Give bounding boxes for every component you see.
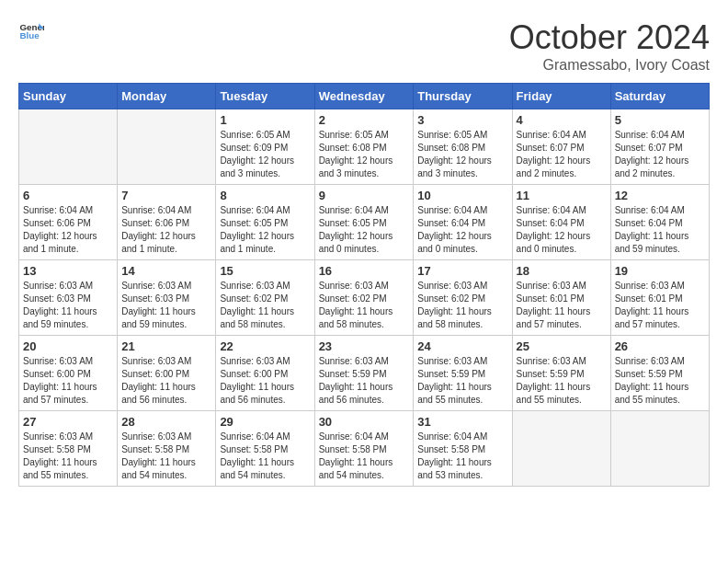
day-info: Sunrise: 6:03 AM Sunset: 5:59 PM Dayligh… [319,355,410,407]
day-number: 24 [417,339,507,353]
calendar-cell [19,109,118,185]
weekday-header: Wednesday [314,84,414,109]
day-number: 16 [319,264,410,278]
day-number: 13 [23,264,113,278]
day-info: Sunrise: 6:04 AM Sunset: 6:04 PM Dayligh… [615,204,705,256]
day-info: Sunrise: 6:03 AM Sunset: 5:58 PM Dayligh… [121,431,211,482]
day-info: Sunrise: 6:03 AM Sunset: 6:02 PM Dayligh… [319,280,410,331]
day-number: 22 [220,339,310,353]
calendar-cell: 20Sunrise: 6:03 AM Sunset: 6:00 PM Dayli… [19,336,118,411]
calendar-cell: 8Sunrise: 6:04 AM Sunset: 6:05 PM Daylig… [216,185,314,260]
calendar-cell [118,109,216,185]
day-number: 28 [121,415,211,429]
day-info: Sunrise: 6:03 AM Sunset: 6:02 PM Dayligh… [220,280,310,331]
day-number: 19 [615,264,705,278]
day-info: Sunrise: 6:04 AM Sunset: 5:58 PM Dayligh… [220,431,310,482]
calendar-cell: 1Sunrise: 6:05 AM Sunset: 6:09 PM Daylig… [216,109,314,185]
logo-icon: General Blue [18,18,44,44]
calendar-cell: 28Sunrise: 6:03 AM Sunset: 5:58 PM Dayli… [118,411,216,487]
day-number: 5 [615,113,705,127]
title-section: October 2024 Gramessabo, Ivory Coast [509,18,710,74]
calendar-cell: 2Sunrise: 6:05 AM Sunset: 6:08 PM Daylig… [314,109,414,185]
calendar-cell: 14Sunrise: 6:03 AM Sunset: 6:03 PM Dayli… [118,260,216,336]
day-number: 20 [23,339,113,353]
day-number: 26 [615,339,705,353]
day-number: 21 [121,339,211,353]
day-info: Sunrise: 6:03 AM Sunset: 5:59 PM Dayligh… [417,355,507,407]
day-number: 11 [517,189,607,202]
weekday-header: Friday [512,84,610,109]
calendar-cell: 17Sunrise: 6:03 AM Sunset: 6:02 PM Dayli… [414,260,512,336]
header-row: SundayMondayTuesdayWednesdayThursdayFrid… [19,84,710,109]
calendar-week-row: 27Sunrise: 6:03 AM Sunset: 5:58 PM Dayli… [19,411,710,487]
day-info: Sunrise: 6:05 AM Sunset: 6:08 PM Dayligh… [417,129,507,180]
month-title: October 2024 [509,18,710,57]
day-info: Sunrise: 6:03 AM Sunset: 6:01 PM Dayligh… [517,280,607,331]
calendar-cell: 29Sunrise: 6:04 AM Sunset: 5:58 PM Dayli… [216,411,314,487]
calendar-cell: 23Sunrise: 6:03 AM Sunset: 5:59 PM Dayli… [314,336,414,411]
calendar-cell: 11Sunrise: 6:04 AM Sunset: 6:04 PM Dayli… [512,185,610,260]
day-number: 3 [417,113,507,127]
day-info: Sunrise: 6:04 AM Sunset: 6:06 PM Dayligh… [121,204,211,256]
day-info: Sunrise: 6:03 AM Sunset: 6:03 PM Dayligh… [121,280,211,331]
day-number: 6 [23,189,113,202]
day-info: Sunrise: 6:03 AM Sunset: 6:01 PM Dayligh… [615,280,705,331]
calendar-week-row: 6Sunrise: 6:04 AM Sunset: 6:06 PM Daylig… [19,185,710,260]
weekday-header: Sunday [19,84,118,109]
calendar-week-row: 13Sunrise: 6:03 AM Sunset: 6:03 PM Dayli… [19,260,710,336]
day-number: 25 [517,339,607,353]
day-info: Sunrise: 6:03 AM Sunset: 6:03 PM Dayligh… [23,280,113,331]
calendar-cell: 24Sunrise: 6:03 AM Sunset: 5:59 PM Dayli… [414,336,512,411]
day-info: Sunrise: 6:03 AM Sunset: 5:59 PM Dayligh… [517,355,607,407]
day-number: 15 [220,264,310,278]
calendar-week-row: 20Sunrise: 6:03 AM Sunset: 6:00 PM Dayli… [19,336,710,411]
day-number: 14 [121,264,211,278]
weekday-header: Monday [118,84,216,109]
calendar-cell: 5Sunrise: 6:04 AM Sunset: 6:07 PM Daylig… [610,109,709,185]
day-info: Sunrise: 6:04 AM Sunset: 6:04 PM Dayligh… [417,204,507,256]
calendar-cell: 31Sunrise: 6:04 AM Sunset: 5:58 PM Dayli… [414,411,512,487]
svg-text:Blue: Blue [19,30,40,40]
calendar-cell: 26Sunrise: 6:03 AM Sunset: 5:59 PM Dayli… [610,336,709,411]
calendar-cell: 4Sunrise: 6:04 AM Sunset: 6:07 PM Daylig… [512,109,610,185]
day-info: Sunrise: 6:04 AM Sunset: 6:06 PM Dayligh… [23,204,113,256]
day-info: Sunrise: 6:03 AM Sunset: 5:59 PM Dayligh… [615,355,705,407]
calendar-cell: 30Sunrise: 6:04 AM Sunset: 5:58 PM Dayli… [314,411,414,487]
day-info: Sunrise: 6:04 AM Sunset: 6:07 PM Dayligh… [517,129,607,180]
logo: General Blue [18,18,44,44]
day-info: Sunrise: 6:03 AM Sunset: 5:58 PM Dayligh… [23,431,113,482]
day-info: Sunrise: 6:04 AM Sunset: 6:04 PM Dayligh… [517,204,607,256]
calendar-cell: 22Sunrise: 6:03 AM Sunset: 6:00 PM Dayli… [216,336,314,411]
calendar-cell: 16Sunrise: 6:03 AM Sunset: 6:02 PM Dayli… [314,260,414,336]
weekday-header: Thursday [414,84,512,109]
calendar-cell: 25Sunrise: 6:03 AM Sunset: 5:59 PM Dayli… [512,336,610,411]
page-header: General Blue October 2024 Gramessabo, Iv… [18,18,710,74]
weekday-header: Tuesday [216,84,314,109]
calendar-cell: 21Sunrise: 6:03 AM Sunset: 6:00 PM Dayli… [118,336,216,411]
day-number: 17 [417,264,507,278]
day-number: 31 [417,415,507,429]
calendar-cell: 7Sunrise: 6:04 AM Sunset: 6:06 PM Daylig… [118,185,216,260]
day-number: 23 [319,339,410,353]
day-info: Sunrise: 6:03 AM Sunset: 6:02 PM Dayligh… [417,280,507,331]
day-number: 10 [417,189,507,202]
calendar-cell [512,411,610,487]
day-number: 27 [23,415,113,429]
calendar-cell: 19Sunrise: 6:03 AM Sunset: 6:01 PM Dayli… [610,260,709,336]
day-info: Sunrise: 6:04 AM Sunset: 5:58 PM Dayligh… [319,431,410,482]
day-number: 30 [319,415,410,429]
day-number: 9 [319,189,410,202]
day-number: 29 [220,415,310,429]
calendar-cell [610,411,709,487]
day-number: 18 [517,264,607,278]
calendar-cell: 3Sunrise: 6:05 AM Sunset: 6:08 PM Daylig… [414,109,512,185]
calendar-cell: 9Sunrise: 6:04 AM Sunset: 6:05 PM Daylig… [314,185,414,260]
day-info: Sunrise: 6:04 AM Sunset: 6:07 PM Dayligh… [615,129,705,180]
calendar-cell: 18Sunrise: 6:03 AM Sunset: 6:01 PM Dayli… [512,260,610,336]
day-number: 1 [220,113,310,127]
day-number: 7 [121,189,211,202]
calendar-table: SundayMondayTuesdayWednesdayThursdayFrid… [18,83,710,487]
calendar-cell: 10Sunrise: 6:04 AM Sunset: 6:04 PM Dayli… [414,185,512,260]
day-info: Sunrise: 6:04 AM Sunset: 5:58 PM Dayligh… [417,431,507,482]
day-number: 2 [319,113,410,127]
